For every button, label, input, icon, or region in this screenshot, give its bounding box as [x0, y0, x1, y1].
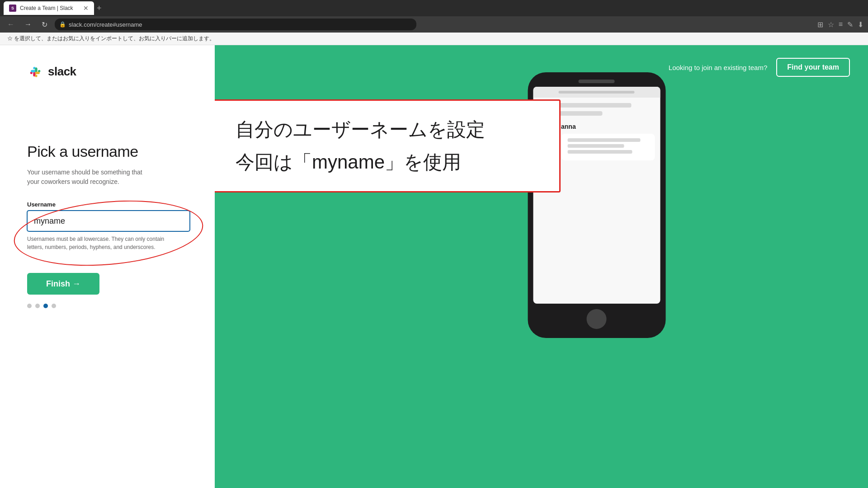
- find-team-button[interactable]: Find your team: [776, 58, 850, 77]
- chat-line-3: [567, 150, 632, 154]
- browser-chrome: S Create a Team | Slack ✕ + ← → ↻ 🔒 slac…: [0, 0, 868, 45]
- browser-toolbar-right: ⊞ ☆ ≡ ✎ ⬇: [817, 20, 863, 29]
- info-bar-text: ☆ を選択して、またはお気に入りをインポートして、お気に入りバーに追加します。: [7, 35, 215, 42]
- existing-team-text: Looking to join an existing team?: [669, 64, 767, 71]
- page-container: slack Pick a username Your username shou…: [0, 45, 868, 488]
- chat-name: anna: [561, 123, 655, 130]
- slack-logo-icon: [27, 63, 43, 80]
- edit-icon[interactable]: ✎: [847, 20, 853, 29]
- phone-screen-bar: [558, 91, 635, 94]
- slack-logo-text: slack: [48, 65, 76, 79]
- slack-logo: slack: [27, 63, 188, 80]
- browser-addressbar: ← → ↻ 🔒 slack.com/create#username ⊞ ☆ ≡ …: [0, 16, 868, 33]
- username-input[interactable]: [27, 211, 190, 231]
- extensions-icon[interactable]: ⊞: [817, 20, 823, 29]
- tab-close-btn[interactable]: ✕: [83, 5, 89, 12]
- tab-title: Create a Team | Slack: [20, 5, 73, 11]
- browser-tab[interactable]: S Create a Team | Slack ✕: [4, 1, 94, 15]
- right-panel: Looking to join an existing team? Find y…: [215, 45, 868, 488]
- username-circle-area: Usernames must be all lowercase. They ca…: [27, 211, 188, 251]
- phone-home-button: [587, 309, 607, 329]
- chat-content: anna: [561, 123, 655, 160]
- browser-info-bar: ☆ を選択して、またはお気に入りをインポートして、お気に入りバーに追加します。: [0, 33, 868, 45]
- username-description: Your username should be something that y…: [27, 168, 154, 187]
- page-title: Pick a username: [27, 143, 188, 160]
- dot-3: [43, 304, 48, 308]
- new-tab-btn[interactable]: +: [97, 4, 102, 13]
- annotation-box: 自分のユーザーネームを設定 今回は「myname」を使用: [215, 99, 561, 192]
- chat-line-2: [567, 144, 624, 148]
- tab-favicon: S: [9, 5, 16, 12]
- lock-icon: 🔒: [59, 21, 66, 28]
- username-hint: Usernames must be all lowercase. They ca…: [27, 235, 181, 251]
- browser-titlebar: S Create a Team | Slack ✕ +: [0, 0, 868, 16]
- top-right-nav: Looking to join an existing team? Find y…: [669, 58, 850, 77]
- annotation-line2: 今回は「myname」を使用: [236, 150, 538, 175]
- chat-bubble: [561, 134, 655, 160]
- forward-btn[interactable]: →: [22, 19, 34, 29]
- url-text: slack.com/create#username: [69, 21, 142, 28]
- download-icon[interactable]: ⬇: [858, 20, 863, 29]
- refresh-btn[interactable]: ↻: [39, 19, 50, 30]
- phone-speaker: [579, 80, 615, 83]
- finish-button[interactable]: Finish →: [27, 273, 99, 295]
- address-bar[interactable]: 🔒 slack.com/create#username: [55, 19, 416, 30]
- annotation-line1: 自分のユーザーネームを設定: [236, 117, 538, 142]
- dots-indicator: [27, 304, 188, 308]
- back-btn[interactable]: ←: [5, 19, 17, 29]
- dot-1: [27, 304, 32, 308]
- dot-2: [35, 304, 40, 308]
- finish-label: Finish →: [46, 279, 80, 289]
- chat-line-1: [567, 138, 640, 142]
- form-section: Pick a username Your username should be …: [27, 107, 188, 470]
- star-icon[interactable]: ☆: [828, 20, 834, 29]
- menu-icon[interactable]: ≡: [839, 20, 843, 28]
- username-label: Username: [27, 201, 188, 208]
- phone-screen-top: [533, 87, 660, 98]
- dot-4: [52, 304, 56, 308]
- left-panel: slack Pick a username Your username shou…: [0, 45, 215, 488]
